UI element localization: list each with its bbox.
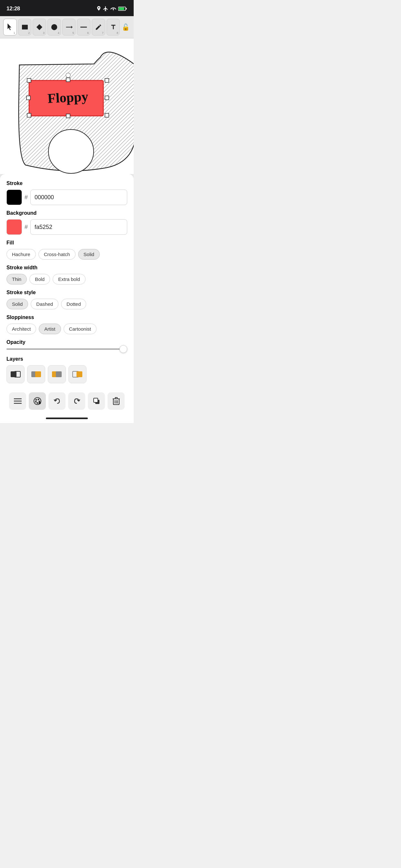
canvas-svg: Floppy (0, 38, 134, 174)
duplicate-button[interactable] (88, 392, 105, 410)
svg-rect-27 (56, 371, 62, 377)
svg-rect-15 (27, 96, 30, 100)
svg-rect-14 (105, 79, 109, 82)
stroke-width-label: Stroke width (6, 265, 127, 271)
stroke-section: Stroke # (6, 181, 127, 205)
status-time: 12:28 (6, 5, 20, 12)
tool-num-6: 6 (87, 31, 89, 35)
sloppiness-architect-chip[interactable]: Architect (6, 323, 36, 334)
opacity-label: Opacity (6, 339, 127, 345)
layer-icon-1 (9, 368, 22, 380)
layer-chip-2[interactable] (27, 365, 45, 383)
stroke-thin-chip[interactable]: Thin (6, 274, 27, 284)
trash-icon (113, 397, 120, 405)
svg-point-38 (36, 402, 38, 404)
tool-num-4: 4 (58, 31, 59, 35)
background-hex-input[interactable] (30, 219, 127, 235)
tool-num-1: 1 (13, 31, 15, 35)
stroke-style-label: Stroke style (6, 290, 127, 296)
svg-rect-18 (66, 114, 70, 118)
layer-chip-4[interactable] (68, 365, 87, 383)
stroke-dashed-chip[interactable]: Dashed (31, 299, 58, 309)
tool-num-8: 8 (117, 31, 118, 35)
fill-solid-chip[interactable]: Solid (78, 249, 100, 259)
fill-hachure-chip[interactable]: Hachure (6, 249, 36, 259)
stroke-dotted-chip[interactable]: Dotted (61, 299, 86, 309)
sloppiness-artist-chip[interactable]: Artist (39, 323, 61, 334)
stroke-extrabold-chip[interactable]: Extra bold (53, 274, 86, 284)
line-icon (80, 26, 87, 29)
trash-button[interactable] (107, 392, 125, 410)
sloppiness-section: Sloppiness Architect Artist Cartoonist (6, 314, 127, 334)
hamburger-icon (14, 398, 22, 404)
redo-button[interactable] (68, 392, 85, 410)
tool-line[interactable]: 6 (77, 19, 90, 35)
tool-text[interactable]: 8 (106, 19, 120, 35)
layer-icon-3 (51, 368, 63, 380)
tool-ellipse[interactable]: 4 (48, 19, 61, 35)
svg-point-5 (51, 24, 57, 30)
fill-section: Fill Hachure Cross-hatch Solid (6, 240, 127, 259)
status-icons (97, 6, 127, 11)
home-bar (46, 417, 88, 419)
bottom-action-bar (6, 389, 127, 415)
lock-button[interactable]: 🔓 (121, 21, 130, 33)
stroke-swatch[interactable] (6, 190, 22, 205)
location-icon (97, 6, 101, 11)
home-indicator (0, 415, 134, 423)
tool-rectangle[interactable]: 2 (18, 19, 32, 35)
hamburger-button[interactable] (9, 392, 26, 410)
svg-rect-1 (126, 8, 127, 10)
stroke-width-section: Stroke width Thin Bold Extra bold (6, 265, 127, 284)
stroke-hash: # (25, 194, 28, 201)
stroke-label: Stroke (6, 181, 127, 186)
battery-icon (118, 6, 127, 11)
floppy-disk-drawing: Floppy (19, 52, 134, 174)
stroke-hex-input[interactable] (30, 190, 127, 205)
layers-chips (6, 365, 127, 383)
sloppiness-cartoonist-chip[interactable]: Cartoonist (64, 323, 96, 334)
copy-icon (93, 397, 100, 405)
opacity-track (6, 348, 127, 350)
palette-button[interactable] (29, 392, 46, 410)
pen-icon (95, 24, 102, 31)
tool-pen[interactable]: 7 (92, 19, 105, 35)
tool-arrow[interactable]: 5 (62, 19, 76, 35)
layers-section: Layers (6, 356, 127, 383)
svg-rect-2 (119, 7, 124, 10)
toolbar: 1 2 3 4 5 6 7 (0, 16, 134, 38)
svg-rect-3 (22, 25, 28, 29)
layer-chip-1[interactable] (6, 365, 25, 383)
opacity-thumb[interactable] (120, 345, 127, 353)
undo-icon (53, 397, 61, 405)
svg-marker-4 (36, 24, 42, 30)
palette-icon (33, 397, 42, 405)
svg-rect-13 (66, 78, 70, 82)
stroke-width-chip-row: Thin Bold Extra bold (6, 274, 127, 284)
tool-num-5: 5 (72, 31, 74, 35)
opacity-fill (6, 348, 127, 350)
status-bar: 12:28 (0, 0, 134, 16)
canvas-area[interactable]: Floppy (0, 38, 134, 174)
fill-crosshatch-chip[interactable]: Cross-hatch (38, 249, 75, 259)
tool-diamond[interactable]: 3 (33, 19, 46, 35)
stroke-solid-chip[interactable]: Solid (6, 299, 28, 309)
stroke-style-chip-row: Solid Dashed Dotted (6, 299, 127, 309)
svg-rect-16 (105, 96, 109, 100)
background-label: Background (6, 210, 127, 216)
redo-icon (73, 397, 81, 405)
text-icon (110, 24, 117, 31)
background-hash: # (25, 224, 28, 230)
tool-select[interactable]: 1 (3, 19, 17, 35)
svg-rect-29 (76, 371, 82, 377)
stroke-bold-chip[interactable]: Bold (29, 274, 50, 284)
fill-label: Fill (6, 240, 127, 246)
tool-num-2: 2 (28, 31, 30, 35)
background-swatch[interactable] (6, 219, 22, 235)
svg-rect-19 (105, 113, 109, 117)
arrow-icon (66, 25, 73, 30)
diamond-icon (36, 24, 43, 31)
opacity-slider-container[interactable] (6, 348, 127, 350)
undo-button[interactable] (49, 392, 66, 410)
layer-chip-3[interactable] (48, 365, 66, 383)
